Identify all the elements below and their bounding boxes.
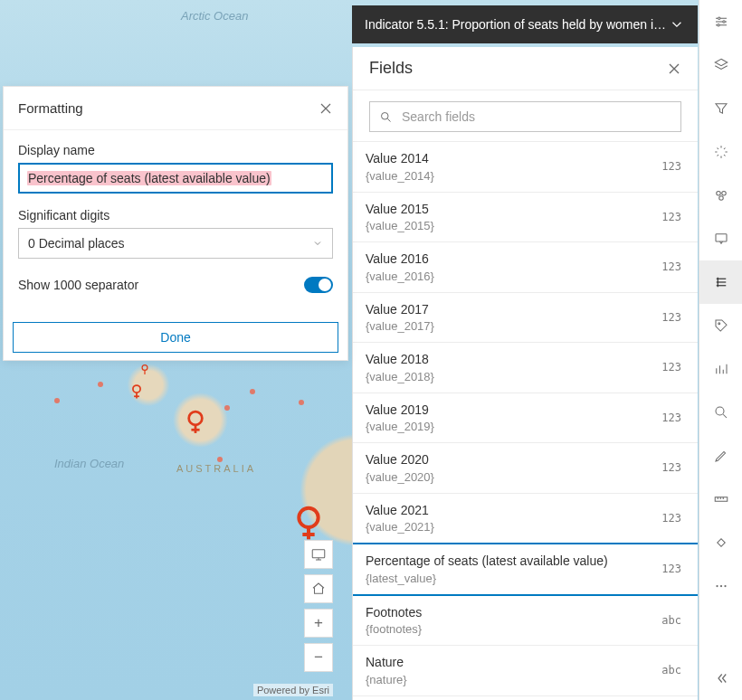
- close-icon[interactable]: [319, 101, 333, 116]
- chevron-down-icon: [312, 238, 323, 249]
- formatting-dialog: Formatting Display name Percentage of se…: [3, 86, 348, 361]
- home-button[interactable]: [304, 574, 333, 603]
- layer-dropdown[interactable]: Indicator 5.5.1: Proportion of seats hel…: [352, 5, 698, 43]
- field-name: Value 2015: [366, 202, 654, 218]
- edit-icon[interactable]: [699, 434, 743, 478]
- field-row[interactable]: Value 2018{value_2018}123: [353, 343, 698, 393]
- svg-marker-23: [715, 59, 728, 66]
- close-icon[interactable]: [667, 61, 681, 76]
- separator-label: Show 1000 separator: [18, 278, 304, 292]
- field-name: Value 2019: [366, 402, 654, 419]
- chart-icon[interactable]: [699, 347, 743, 391]
- sig-digits-value: 0 Decimal places: [28, 236, 312, 251]
- map-point-icon: [250, 389, 255, 394]
- field-type-badge: 123: [661, 411, 681, 424]
- svg-point-20: [718, 17, 719, 19]
- map-label-arctic: Arctic Ocean: [181, 9, 248, 23]
- svg-point-3: [299, 508, 318, 527]
- field-row[interactable]: Nature{nature}abc: [353, 646, 698, 696]
- layers-icon[interactable]: [699, 43, 743, 87]
- effects-icon[interactable]: [699, 130, 743, 174]
- diamond-icon[interactable]: [699, 521, 743, 564]
- field-code: {latest_value}: [366, 572, 654, 585]
- map-controls: [304, 540, 333, 672]
- map-label-indian: Indian Ocean: [54, 457, 124, 470]
- map-point-icon: [217, 457, 223, 462]
- field-code: {value_2015}: [366, 219, 654, 232]
- field-row[interactable]: Value 2020{value_2020}123: [353, 443, 698, 494]
- tool-rail: [699, 0, 742, 700]
- field-code: {nature}: [366, 673, 654, 686]
- sig-digits-label: Significant digits: [18, 208, 333, 222]
- field-row[interactable]: Percentage of seats (latest available va…: [353, 543, 698, 596]
- svg-rect-27: [716, 234, 727, 241]
- svg-point-25: [721, 192, 726, 196]
- separator-toggle[interactable]: [304, 277, 333, 293]
- display-name-input[interactable]: Percentage of seats (latest available va…: [18, 163, 333, 194]
- fields-panel: Fields Value 2014{value_2014}123Value 20…: [352, 47, 698, 700]
- field-code: {value_2018}: [366, 370, 654, 383]
- field-name: Value 2018: [366, 352, 654, 368]
- field-row[interactable]: Value 2019{value_2019}123: [353, 393, 698, 444]
- map-point-icon: [224, 405, 230, 411]
- more-icon[interactable]: [699, 564, 743, 608]
- chevron-down-icon: [669, 16, 685, 33]
- map-attribution: Powered by Esri: [253, 684, 333, 696]
- svg-rect-39: [715, 497, 728, 502]
- search-input-field[interactable]: [402, 109, 671, 124]
- field-name: Value 2014: [366, 151, 654, 167]
- field-type-badge: abc: [661, 614, 681, 627]
- measure-icon[interactable]: [699, 478, 743, 521]
- search-tool-icon[interactable]: [699, 391, 743, 434]
- svg-point-6: [133, 385, 140, 393]
- svg-point-44: [716, 585, 718, 587]
- field-code: {value_2017}: [366, 319, 654, 333]
- display-name-label: Display name: [18, 143, 333, 157]
- display-mode-button[interactable]: [304, 540, 333, 569]
- field-row[interactable]: Value 2017{value_2017}123: [353, 293, 698, 344]
- field-code: {value_2020}: [366, 470, 654, 484]
- search-input[interactable]: [369, 101, 681, 132]
- svg-point-32: [718, 323, 719, 325]
- svg-point-0: [189, 411, 203, 425]
- label-icon[interactable]: [699, 304, 743, 347]
- field-row[interactable]: ObjectId{ObjectId}: [353, 696, 698, 701]
- fields-list[interactable]: Value 2014{value_2014}123Value 2015{valu…: [353, 141, 698, 700]
- field-row[interactable]: Value 2014{value_2014}123: [353, 142, 698, 193]
- svg-point-46: [724, 585, 726, 587]
- field-type-badge: 123: [661, 512, 681, 525]
- filter-icon[interactable]: [699, 87, 743, 130]
- field-row[interactable]: Value 2021{value_2021}123: [353, 494, 698, 544]
- field-name: Value 2021: [366, 503, 654, 519]
- fields-panel-title: Fields: [369, 59, 667, 78]
- popup-icon[interactable]: [699, 217, 743, 260]
- field-name: Value 2017: [366, 302, 654, 318]
- svg-line-38: [723, 414, 727, 418]
- cluster-icon[interactable]: [699, 174, 743, 217]
- settings-sliders-icon[interactable]: [699, 0, 743, 43]
- zoom-out-button[interactable]: [304, 643, 333, 672]
- field-row[interactable]: Value 2016{value_2016}123: [353, 242, 698, 293]
- field-row[interactable]: Footnotes{footnotes}abc: [353, 596, 698, 647]
- field-name: Value 2020: [366, 452, 654, 468]
- done-button[interactable]: Done: [13, 322, 338, 353]
- field-code: {value_2016}: [366, 270, 654, 283]
- field-name: Value 2016: [366, 251, 654, 268]
- field-name: Percentage of seats (latest available va…: [366, 553, 654, 570]
- collapse-rail-icon[interactable]: [699, 657, 743, 700]
- field-type-badge: 123: [661, 311, 681, 324]
- map-marker-icon: [130, 383, 143, 400]
- field-code: {footnotes}: [366, 622, 654, 636]
- svg-point-14: [382, 112, 389, 119]
- field-code: {value_2021}: [366, 520, 654, 534]
- map-marker-icon: [186, 410, 205, 435]
- layer-dropdown-label: Indicator 5.5.1: Proportion of seats hel…: [365, 17, 669, 32]
- dialog-title: Formatting: [18, 100, 319, 116]
- fields-icon[interactable]: [699, 260, 743, 304]
- field-name: Nature: [366, 655, 654, 671]
- zoom-in-button[interactable]: [304, 609, 333, 638]
- sig-digits-select[interactable]: 0 Decimal places: [18, 228, 333, 259]
- svg-point-21: [722, 21, 724, 23]
- field-type-badge: abc: [661, 664, 681, 676]
- field-row[interactable]: Value 2015{value_2015}123: [353, 193, 698, 243]
